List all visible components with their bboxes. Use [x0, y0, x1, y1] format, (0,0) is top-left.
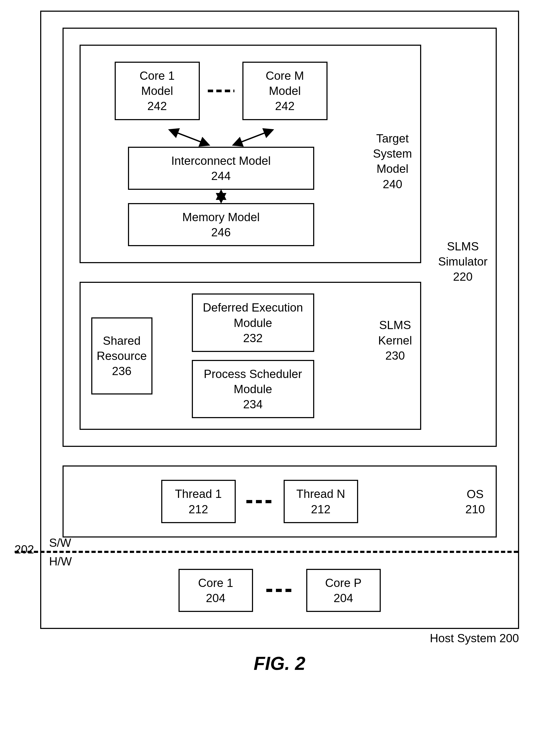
- deferred-exec-line1: Deferred Execution: [201, 300, 305, 315]
- host-system-container: Core 1 Model 242 Core M Model 242: [40, 10, 519, 629]
- hw-core-1-box: Core 1 204: [179, 569, 253, 612]
- hw-cores-row: Core 1 204 Core P 204: [63, 569, 497, 612]
- target-system-model-container: Core 1 Model 242 Core M Model 242: [80, 45, 421, 263]
- memory-model-num: 246: [137, 225, 305, 240]
- tsm-label-line2: System: [373, 146, 412, 161]
- ref-202-label: 202: [15, 543, 34, 556]
- hw-core-p-name: Core P: [315, 575, 372, 590]
- interconnect-model-box: Interconnect Model 244: [128, 147, 314, 190]
- hw-core-1-num: 204: [187, 590, 244, 606]
- slms-sim-line1: SLMS: [438, 239, 488, 254]
- slms-simulator-container: Core 1 Model 242 Core M Model 242: [63, 28, 497, 447]
- os-label: OS 210: [465, 486, 485, 517]
- deferred-exec-num: 232: [201, 330, 305, 346]
- svg-line-3: [171, 130, 208, 145]
- tsm-label-line3: Model: [373, 161, 412, 176]
- slms-sim-line2: Simulator: [438, 254, 488, 269]
- core-m-model-name: Core M Model: [251, 68, 318, 98]
- thread-ellipsis-icon: [246, 500, 273, 503]
- core-m-model-box: Core M Model 242: [242, 62, 328, 120]
- kernel-label-line1: SLMS: [378, 317, 412, 333]
- memory-model-name: Memory Model: [137, 210, 305, 225]
- divider-dashed-line-icon: [15, 551, 518, 553]
- kernel-label-line2: Kernel: [378, 333, 412, 348]
- thread-n-box: Thread N 212: [284, 480, 358, 523]
- os-label-num: 210: [465, 502, 485, 517]
- dashed-connector-icon: [208, 90, 234, 92]
- hw-core-p-num: 204: [315, 590, 372, 606]
- memory-model-box: Memory Model 246: [128, 203, 314, 246]
- shared-resource-box: Shared Resource 236: [91, 317, 153, 395]
- shared-resource-line1: Shared: [96, 333, 147, 348]
- process-sched-line1: Process Scheduler: [201, 366, 305, 381]
- thread-1-num: 212: [170, 502, 227, 517]
- figure-title: FIG. 2: [10, 653, 549, 674]
- deferred-exec-line2: Module: [201, 315, 305, 330]
- shared-resource-line2: Resource: [96, 348, 147, 363]
- interconnect-model-num: 244: [137, 168, 305, 183]
- interconnect-model-name: Interconnect Model: [137, 153, 305, 168]
- slms-simulator-label: SLMS Simulator 220: [438, 239, 488, 284]
- core-1-model-box: Core 1 Model 242: [115, 62, 200, 120]
- process-sched-line2: Module: [201, 381, 305, 397]
- slms-sim-num: 220: [438, 269, 488, 284]
- thread-1-name: Thread 1: [170, 486, 227, 501]
- host-system-label: Host System 200: [40, 632, 519, 645]
- os-label-name: OS: [465, 486, 485, 501]
- core-m-model-num: 242: [251, 98, 318, 114]
- tsm-label-line1: Target: [373, 131, 412, 146]
- core-ellipsis-icon: [266, 589, 293, 592]
- hw-core-p-box: Core P 204: [306, 569, 381, 612]
- core-to-interconnect-arrows-icon: [122, 128, 319, 147]
- hw-core-1-name: Core 1: [187, 575, 244, 590]
- kernel-modules-column: Deferred Execution Module 232 Process Sc…: [160, 293, 345, 418]
- kernel-label-num: 230: [378, 348, 412, 363]
- process-scheduler-box: Process Scheduler Module 234: [192, 360, 314, 419]
- hw-sw-divider: 202 S/W H/W: [63, 551, 497, 553]
- sw-label: S/W: [49, 536, 71, 549]
- slms-kernel-container: Shared Resource 236 Deferred Execution M…: [80, 282, 421, 430]
- hw-label: H/W: [49, 555, 72, 568]
- thread-n-name: Thread N: [293, 486, 349, 501]
- os-container: Thread 1 212 Thread N 212 OS 210: [63, 466, 497, 537]
- thread-n-num: 212: [293, 502, 349, 517]
- process-sched-num: 234: [201, 397, 305, 412]
- svg-line-4: [234, 130, 272, 145]
- deferred-execution-box: Deferred Execution Module 232: [192, 293, 314, 352]
- core-1-model-num: 242: [124, 98, 191, 114]
- slms-kernel-label: SLMS Kernel 230: [378, 317, 412, 363]
- thread-1-box: Thread 1 212: [161, 480, 236, 523]
- core-models-row: Core 1 Model 242 Core M Model 242: [96, 62, 345, 120]
- interconnect-to-memory-arrow-icon: [216, 190, 226, 203]
- target-system-model-label: Target System Model 240: [373, 131, 412, 192]
- core-1-model-name: Core 1 Model: [124, 68, 191, 98]
- tsm-label-num: 240: [373, 176, 412, 192]
- shared-resource-num: 236: [96, 363, 147, 379]
